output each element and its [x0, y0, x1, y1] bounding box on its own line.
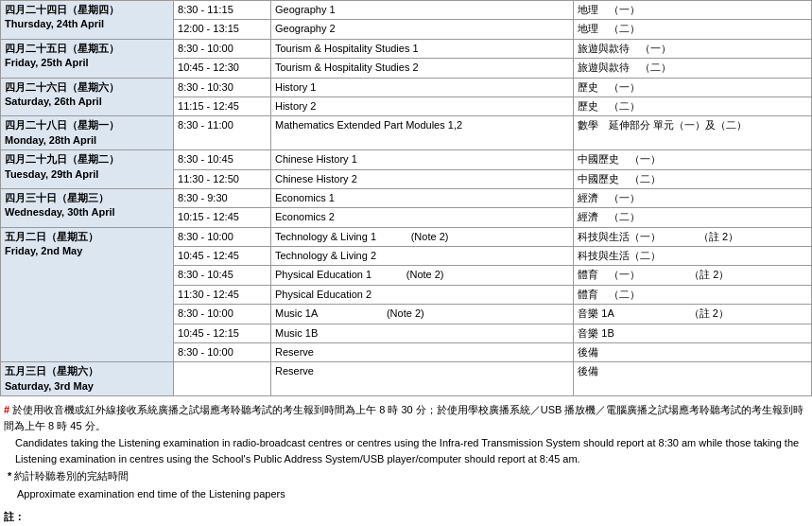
subject-en-cell: Geography 1 — [270, 1, 573, 20]
chinese-date: 四月二十六日（星期六） — [5, 81, 119, 93]
time-cell: 8:30 - 10:45 — [174, 266, 271, 285]
subject-en-cell: Reserve — [270, 343, 573, 362]
note-label-zh: 註： — [4, 509, 808, 525]
notes-section: # 於使用收音機或紅外線接收系統廣播之試場應考聆聽考試的考生報到時間為上午 8 … — [0, 402, 812, 526]
asterisk-note-zh: * 約計聆聽卷別的完結時間 — [8, 468, 808, 484]
subject-zh-cell: 科技與生活（二） — [574, 247, 812, 266]
subject-zh-cell: 旅遊與款待 （二） — [574, 59, 812, 78]
time-cell: 8:30 - 10:00 — [174, 305, 271, 324]
subject-en-cell: Chinese History 2 — [270, 169, 573, 188]
subject-zh-cell: 旅遊與款待 （一） — [574, 39, 812, 58]
subject-en-cell: Music 1A (Note 2) — [270, 305, 573, 324]
chinese-date: 四月二十五日（星期五） — [5, 43, 119, 54]
time-cell: 8:30 - 10:45 — [174, 150, 271, 169]
subject-zh-cell: 地理 （二） — [574, 20, 812, 39]
english-date: Monday, 28th April — [5, 134, 96, 146]
english-date: Friday, 25th April — [5, 57, 89, 68]
time-cell: 8:30 - 10:00 — [174, 227, 271, 246]
english-date: Wednesday, 30th April — [5, 206, 115, 218]
subject-en-cell: Mathematics Extended Part Modules 1,2 — [270, 116, 573, 150]
subject-zh-cell: 後備 — [574, 362, 812, 396]
subject-en-cell: Technology & Living 2 — [270, 247, 573, 266]
table-row: 四月二十六日（星期六） Saturday, 26th April 8:30 - … — [1, 78, 812, 96]
time-cell: 10:45 - 12:45 — [174, 247, 271, 266]
subject-zh-cell: 歷史 （二） — [574, 96, 812, 115]
table-row: 四月二十四日（星期四） Thursday, 24th April 8:30 - … — [1, 1, 812, 20]
subject-zh-cell: 中國歷史 （二） — [574, 169, 812, 188]
subject-en-cell: Physical Education 1 (Note 2) — [270, 266, 573, 285]
subject-zh-cell: 科技與生活（一） （註 2） — [574, 227, 812, 246]
subject-zh-cell: 音樂 1B — [574, 324, 812, 342]
subject-zh-cell: 體育 （一） （註 2） — [574, 266, 812, 285]
subject-zh-cell: 經濟 （一） — [574, 188, 812, 207]
subject-en-cell: Economics 2 — [270, 208, 573, 227]
time-cell: 11:15 - 12:45 — [174, 96, 271, 115]
subject-en-cell: Reserve — [270, 362, 573, 396]
subject-zh-cell: 音樂 1A （註 2） — [574, 305, 812, 324]
time-cell — [174, 362, 271, 396]
time-cell: 8:30 - 10:00 — [174, 343, 271, 362]
subject-zh-cell: 後備 — [574, 343, 812, 362]
time-cell: 8:30 - 11:15 — [174, 1, 271, 20]
time-cell: 11:30 - 12:45 — [174, 285, 271, 304]
english-date: Thursday, 24th April — [5, 18, 104, 29]
time-cell: 11:30 - 12:50 — [174, 169, 271, 188]
subject-zh-cell: 歷史 （一） — [574, 78, 812, 96]
subject-en-cell: Physical Education 2 — [270, 285, 573, 304]
chinese-date: 五月二日（星期五） — [5, 231, 98, 242]
subject-en-cell: Tourism & Hospitality Studies 1 — [270, 39, 573, 58]
table-row: 五月二日（星期五） Friday, 2nd May 8:30 - 10:00 T… — [1, 227, 812, 246]
hash-note-zh: # 於使用收音機或紅外線接收系統廣播之試場應考聆聽考試的考生報到時間為上午 8 … — [4, 402, 808, 433]
english-date: Saturday, 3rd May — [5, 380, 94, 392]
subject-zh-cell: 體育 （二） — [574, 285, 812, 304]
english-date: Tuesday, 29th April — [5, 168, 98, 180]
table-row: 四月二十八日（星期一） Monday, 28th April 8:30 - 11… — [1, 116, 812, 150]
time-cell: 8:30 - 10:00 — [174, 39, 271, 58]
subject-zh-cell: 數學 延伸部分 單元（一）及（二） — [574, 116, 812, 150]
subject-en-cell: Economics 1 — [270, 188, 573, 207]
subject-zh-cell: 地理 （一） — [574, 1, 812, 20]
chinese-date: 四月二十四日（星期四） — [5, 4, 119, 15]
english-date: Friday, 2nd May — [5, 245, 82, 256]
subject-en-cell: Tourism & Hospitality Studies 2 — [270, 59, 573, 78]
time-cell: 8:30 - 11:00 — [174, 116, 271, 150]
time-cell: 10:45 - 12:15 — [174, 324, 271, 342]
subject-zh-cell: 經濟 （二） — [574, 208, 812, 227]
time-cell: 8:30 - 10:30 — [174, 78, 271, 96]
table-row: 四月三十日（星期三） Wednesday, 30th April 8:30 - … — [1, 188, 812, 207]
subject-en-cell: Technology & Living 1 (Note 2) — [270, 227, 573, 246]
hash-note-en: Candidates taking the Listening examinat… — [15, 435, 808, 466]
time-cell: 8:30 - 9:30 — [174, 188, 271, 207]
chinese-date: 四月二十八日（星期一） — [5, 119, 119, 131]
table-row: 四月二十九日（星期二） Tuesday, 29th April 8:30 - 1… — [1, 150, 812, 169]
chinese-date: 五月三日（星期六） — [5, 365, 98, 377]
chinese-date: 四月二十九日（星期二） — [5, 153, 119, 165]
time-cell: 10:15 - 12:45 — [174, 208, 271, 227]
time-cell: 12:00 - 13:15 — [174, 20, 271, 39]
time-cell: 10:45 - 12:30 — [174, 59, 271, 78]
english-date: Saturday, 26th April — [5, 96, 102, 107]
subject-en-cell: History 1 — [270, 78, 573, 96]
asterisk-note-en: Approximate examination end time of the … — [17, 486, 808, 502]
chinese-date: 四月三十日（星期三） — [5, 192, 109, 203]
subject-en-cell: Chinese History 1 — [270, 150, 573, 169]
subject-en-cell: Geography 2 — [270, 20, 573, 39]
table-row: 四月二十五日（星期五） Friday, 25th April 8:30 - 10… — [1, 39, 812, 58]
subject-zh-cell: 中國歷史 （一） — [574, 150, 812, 169]
table-row: 五月三日（星期六） Saturday, 3rd May Reserve 後備 — [1, 362, 812, 396]
subject-en-cell: Music 1B — [270, 324, 573, 342]
subject-en-cell: History 2 — [270, 96, 573, 115]
